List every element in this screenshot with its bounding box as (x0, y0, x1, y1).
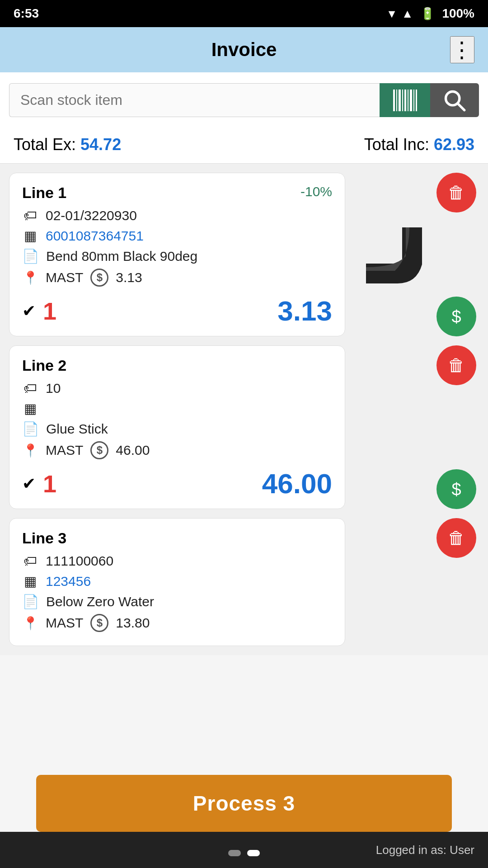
trash-icon-2: 🗑 (448, 356, 465, 375)
search-area (0, 72, 488, 126)
svg-rect-2 (399, 90, 401, 111)
line-2-price-row: 📍 MAST $ 46.00 (22, 441, 332, 459)
line-3-description: Below Zero Water (46, 594, 154, 609)
line-row-1: Line 1 -10% 🏷 02-01/3220930 ▦ 6001087364… (0, 173, 488, 336)
total-ex: Total Ex: 54.72 (14, 135, 244, 154)
barcode-scan-button[interactable] (380, 83, 430, 117)
svg-rect-0 (393, 90, 395, 111)
barcode-field-icon-2: ▦ (22, 401, 38, 416)
page-title: Invoice (211, 39, 277, 61)
line-2-product-image (352, 345, 434, 509)
status-icons: ▾ ▲ 🔋 100% (389, 6, 474, 21)
line-3-stock-code: 111100060 (46, 553, 113, 569)
tag-icon-3: 🏷 (22, 553, 38, 569)
tag-icon: 🏷 (22, 208, 38, 223)
line-card-1: Line 1 -10% 🏷 02-01/3220930 ▦ 6001087364… (9, 173, 345, 336)
logged-in-label: Logged in as: User (376, 843, 474, 857)
process-btn-container: Process 3 (0, 775, 488, 832)
line-2-qty: 1 (43, 470, 56, 498)
search-button[interactable] (430, 83, 479, 117)
status-bar: 6:53 ▾ ▲ 🔋 100% (0, 0, 488, 27)
svg-rect-3 (402, 90, 403, 111)
total-inc-value: 62.93 (434, 135, 474, 154)
line-2-stock-code: 10 (46, 381, 61, 396)
process-button[interactable]: Process 3 (36, 775, 452, 832)
line-2-description-row: 📄 Glue Stick (22, 421, 332, 437)
line-1-qty: 1 (43, 297, 56, 325)
line-1-price: 3.13 (116, 270, 142, 285)
barcode-icon (392, 88, 418, 113)
lines-container: Line 1 -10% 🏷 02-01/3220930 ▦ 6001087364… (0, 164, 488, 655)
line-1-delete-button[interactable]: 🗑 (436, 173, 476, 212)
dollar-icon: $ (451, 307, 461, 326)
line-1-stock-code-row: 🏷 02-01/3220930 (22, 208, 332, 223)
search-input[interactable] (9, 83, 380, 117)
line-1-actions: 🗑 $ (434, 173, 479, 336)
line-1-discount: -10% (300, 184, 332, 202)
line-2-delete-button[interactable]: 🗑 (436, 345, 476, 385)
line-3-price-row: 📍 MAST $ 13.80 (22, 614, 332, 632)
line-3-product-image (352, 518, 434, 646)
line-2-footer: ✔ 1 46.00 (22, 467, 332, 500)
app-header: Invoice ⋮ (0, 27, 488, 72)
line-1-stock-code: 02-01/3220930 (46, 208, 137, 223)
svg-rect-6 (410, 90, 412, 111)
page-indicators (228, 850, 260, 856)
line-1-price-button[interactable]: $ (436, 297, 476, 336)
line-1-footer: ✔ 1 3.13 (22, 295, 332, 327)
page-dot-1 (228, 850, 241, 856)
svg-line-10 (458, 104, 465, 110)
line-row-3: Line 3 🏷 111100060 ▦ 123456 📄 Below Zero… (0, 518, 488, 646)
line-2-total: 46.00 (262, 467, 332, 500)
page-dot-2 (247, 850, 260, 856)
menu-button[interactable]: ⋮ (450, 36, 474, 63)
line-1-product-image (352, 173, 434, 336)
trash-icon: 🗑 (448, 183, 465, 203)
bottom-nav-bar: Logged in as: User (0, 832, 488, 868)
search-icon (443, 89, 466, 112)
line-1-title: Line 1 (22, 184, 66, 202)
price-circle-icon: $ (90, 269, 108, 287)
line-3-barcode-row: ▦ 123456 (22, 573, 332, 589)
line-2-qty-area: ✔ 1 (22, 470, 56, 498)
line-3-stock-code-row: 🏷 111100060 (22, 553, 332, 569)
total-inc: Total Inc: 62.93 (244, 135, 474, 154)
location-icon-2: 📍 (22, 443, 38, 458)
line-3-delete-button[interactable]: 🗑 (436, 518, 476, 558)
svg-rect-8 (416, 90, 417, 111)
description-icon-2: 📄 (22, 421, 39, 437)
line-2-title: Line 2 (22, 357, 66, 374)
line-2-barcode-row: ▦ (22, 401, 332, 416)
svg-rect-7 (413, 90, 414, 111)
location-icon: 📍 (22, 270, 38, 285)
location-icon-3: 📍 (22, 616, 38, 631)
total-ex-value: 54.72 (80, 135, 121, 154)
line-1-barcode-row: ▦ 6001087364751 (22, 228, 332, 244)
line-3-location: MAST (46, 615, 83, 631)
line-1-qty-area: ✔ 1 (22, 297, 56, 325)
battery-icon: 🔋 (420, 7, 435, 21)
line-2-actions: 🗑 $ (434, 345, 479, 509)
signal-icon: ▲ (402, 7, 413, 21)
line-2-description: Glue Stick (46, 421, 108, 437)
svg-rect-4 (404, 90, 406, 111)
totals-row: Total Ex: 54.72 Total Inc: 62.93 (0, 126, 488, 164)
dollar-icon-2: $ (451, 480, 461, 499)
line-2-price: 46.00 (116, 443, 150, 458)
line-2-price-button[interactable]: $ (436, 469, 476, 509)
barcode-field-icon-3: ▦ (22, 573, 38, 589)
line-3-title: Line 3 (22, 529, 66, 547)
line-1-description-row: 📄 Bend 80mm Black 90deg (22, 248, 332, 264)
checkmark-icon-2: ✔ (22, 474, 36, 493)
line-2-stock-code-row: 🏷 10 (22, 381, 332, 396)
description-icon-3: 📄 (22, 594, 39, 609)
total-inc-label: Total Inc: (364, 135, 429, 154)
line-1-barcode: 6001087364751 (46, 228, 144, 244)
line-3-barcode: 123456 (46, 574, 91, 589)
svg-rect-1 (396, 90, 397, 111)
line-card-2: Line 2 🏷 10 ▦ 📄 Glue Stick 📍 MAST $ 46.0… (9, 345, 345, 509)
tag-icon-2: 🏷 (22, 381, 38, 396)
line-1-description: Bend 80mm Black 90deg (46, 249, 197, 264)
line-3-actions: 🗑 (434, 518, 479, 646)
wifi-icon: ▾ (389, 7, 394, 21)
